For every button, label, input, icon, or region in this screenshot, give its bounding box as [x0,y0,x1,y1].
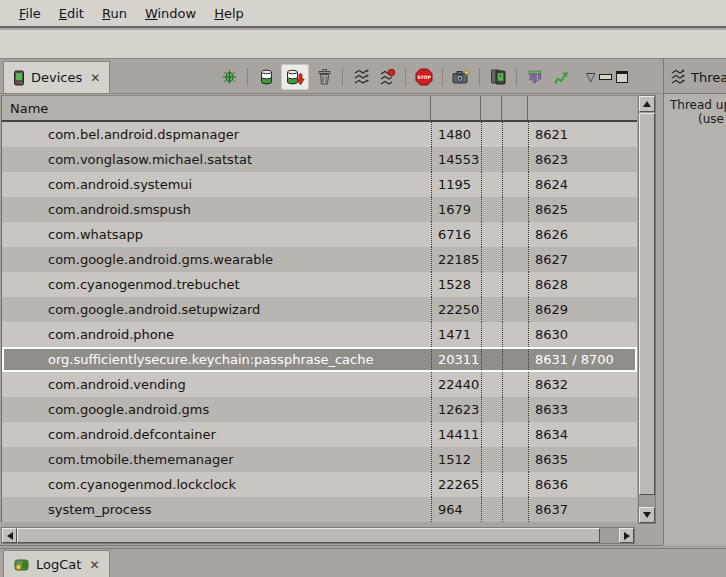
device-phone-icon[interactable] [487,66,509,88]
process-name-cell: com.android.vending [2,372,431,397]
table-row[interactable]: com.android.defcontainer144118634 [2,422,637,447]
devices-panel-bottom-edge [0,545,662,546]
threads-message-line2: (use toolbar button to enable) [664,112,726,126]
tab-logcat[interactable]: LogCat ✕ [3,550,110,577]
heap-status-cell [481,497,502,522]
bar-chart-icon[interactable] [524,66,546,88]
pid-cell: 1679 [431,197,481,222]
column-separator[interactable] [430,96,431,120]
tab-threads-label: Threads [691,70,726,85]
scroll-left-button[interactable] [2,528,17,543]
port-cell: 8623 [528,147,637,172]
table-row[interactable]: com.google.android.gms126238633 [2,397,637,422]
trend-arrow-icon[interactable] [550,66,572,88]
menu-file[interactable]: File [10,3,50,24]
table-row[interactable]: com.whatsapp67168626 [2,222,637,247]
horizontal-scrollbar[interactable] [1,527,635,544]
table-row[interactable]: com.vonglasow.michael.satstat145538623 [2,147,637,172]
port-cell: 8631 / 8700 [528,347,637,372]
pid-cell: 1480 [431,122,481,147]
screen-capture-icon[interactable] [450,66,472,88]
process-name-cell: com.cyanogenmod.lockclock [2,472,431,497]
scroll-right-button[interactable] [619,528,634,543]
process-name-cell: org.sufficientlysecure.keychain:passphra… [2,347,431,372]
port-cell: 8625 [528,197,637,222]
thread-status-cell [502,147,528,172]
table-row[interactable]: com.cyanogenmod.lockclock222658636 [2,472,637,497]
pid-cell: 22185 [431,247,481,272]
process-name-cell: com.android.systemui [2,172,431,197]
menu-edit[interactable]: Edit [50,3,93,24]
heap-status-cell [481,447,502,472]
column-separator[interactable] [480,96,481,120]
logcat-bar: LogCat ✕ [0,548,726,577]
name-column-header[interactable]: Name [10,101,48,116]
vertical-scrollbar[interactable] [638,95,656,524]
menubar: FileEditRunWindowHelp [0,0,726,28]
port-cell: 8635 [528,447,637,472]
port-cell: 8621 [528,122,637,147]
table-row[interactable]: com.google.android.setupwizard222508629 [2,297,637,322]
debug-process-icon[interactable] [218,66,240,88]
panel-divider [0,58,726,59]
menu-window[interactable]: Window [136,3,205,24]
stop-process-icon[interactable]: STOP [413,66,435,88]
port-cell: 8630 [528,322,637,347]
port-cell: 8626 [528,222,637,247]
column-separator[interactable] [527,96,528,120]
toolbar-separator [342,68,343,86]
thread-status-cell [502,197,528,222]
tab-devices[interactable]: Devices ✕ [3,61,110,93]
view-menu-icon[interactable]: ▽ [586,70,595,84]
table-row[interactable]: com.android.vending224408632 [2,372,637,397]
heap-status-cell [481,422,502,447]
process-name-cell: com.cyanogenmod.trebuchet [2,272,431,297]
table-row[interactable]: com.android.smspush16798625 [2,197,637,222]
minimize-icon[interactable] [599,74,612,80]
update-threads-icon[interactable] [350,66,372,88]
process-table-body: com.bel.android.dspmanager14808621com.vo… [1,122,637,522]
process-name-cell: com.google.android.gms.wearable [2,247,431,272]
table-header[interactable]: Name [1,95,637,122]
port-cell: 8633 [528,397,637,422]
process-name-cell: com.tmobile.thememanager [2,447,431,472]
scroll-up-button[interactable] [639,96,655,112]
table-row[interactable]: com.android.phone14718630 [2,322,637,347]
table-row[interactable]: com.bel.android.dspmanager14808621 [2,122,637,147]
table-row[interactable]: org.sufficientlysecure.keychain:passphra… [2,347,637,372]
pid-cell: 22440 [431,372,481,397]
scroll-down-button[interactable] [639,507,655,523]
horizontal-scroll-thumb[interactable] [17,528,600,543]
toolbar-separator [405,68,406,86]
close-icon[interactable]: ✕ [89,558,99,572]
column-separator[interactable] [501,96,502,120]
start-method-profiling-icon[interactable] [376,66,398,88]
table-row[interactable]: com.google.android.gms.wearable221858627 [2,247,637,272]
thread-status-cell [502,422,528,447]
menu-run[interactable]: Run [93,3,136,24]
vertical-scroll-thumb[interactable] [639,113,655,495]
ddms-window: FileEditRunWindowHelp Devices ✕ [0,0,726,577]
heap-status-cell [481,122,502,147]
table-row[interactable]: com.tmobile.thememanager15128635 [2,447,637,472]
thread-status-cell [502,497,528,522]
tab-threads[interactable]: Threads [667,61,726,93]
update-heap-icon[interactable] [255,66,277,88]
threads-icon [670,69,686,85]
thread-status-cell [502,397,528,422]
pid-cell: 1195 [431,172,481,197]
table-row[interactable]: com.android.systemui11958624 [2,172,637,197]
close-icon[interactable]: ✕ [90,71,100,85]
process-name-cell: com.android.defcontainer [2,422,431,447]
cause-gc-icon[interactable] [313,66,335,88]
pid-cell: 22265 [431,472,481,497]
dump-hprof-icon[interactable] [281,64,309,90]
table-row[interactable]: com.cyanogenmod.trebuchet15288628 [2,272,637,297]
process-name-cell: com.bel.android.dspmanager [2,122,431,147]
threads-message-line1: Thread updates not enabled for selected … [664,98,726,112]
tabbar-baseline [0,93,662,94]
table-row[interactable]: system_process9648637 [2,497,637,522]
thread-status-cell [502,347,528,372]
maximize-icon[interactable] [616,71,628,83]
menu-help[interactable]: Help [205,3,253,24]
